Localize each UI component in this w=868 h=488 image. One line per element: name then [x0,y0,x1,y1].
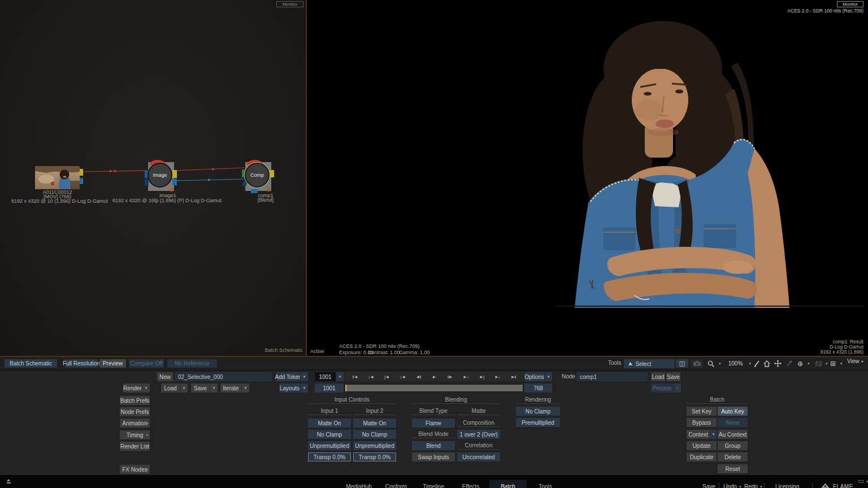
play-icon[interactable]: ► [427,374,441,380]
node-save-button[interactable]: Save [666,372,680,381]
step-forward-icon[interactable]: ‖► [443,374,457,380]
range-start-field[interactable]: 1001 [315,384,344,393]
next-keyframe-icon[interactable]: ►↓ [459,374,472,380]
rendering-clamp-select[interactable]: No Clamp [516,407,560,416]
tab-tools[interactable]: Tools [527,480,564,488]
group-button[interactable]: Group [718,441,748,450]
crosshair-dropdown-arrow[interactable]: ▾ [808,361,810,366]
timing-button[interactable]: Timing ▸ [120,430,150,439]
tab-effects[interactable]: Effects [452,480,489,488]
go-to-start-icon[interactable]: ‖◄ [348,374,362,380]
layer-view-button[interactable] [814,359,823,368]
tab-batch[interactable]: Batch [489,480,527,488]
set-key-button[interactable]: Set Key [687,407,717,416]
image-node[interactable]: Image [147,162,175,192]
image-node-output-tab-matte[interactable] [172,178,177,185]
save-button[interactable]: Save [702,480,715,488]
timebar-position-tick[interactable] [345,385,346,391]
reference-select[interactable]: No Reference [167,359,217,368]
layouts-dropdown[interactable]: Layouts ▾ [279,384,308,393]
input1-matte-toggle[interactable]: Matte On [308,419,351,428]
step-back-icon[interactable]: ◄‖ [411,374,425,380]
tab-mediahub[interactable]: MediaHub [340,480,377,488]
render-dropdown[interactable]: Render ▾ [123,384,150,393]
batch-schematic-panel[interactable]: Monitor [0,0,306,356]
rendering-premult-select[interactable]: Premultiplied [516,418,560,427]
annotate-button[interactable] [753,359,761,368]
layer-view-dropdown-arrow[interactable]: ▾ [826,361,828,366]
input2-clamp-select[interactable]: No Clamp [353,430,396,439]
clip-node[interactable] [35,166,80,189]
node-prefs-button[interactable]: Node Prefs ▸ [120,407,150,416]
mini-display-icon[interactable] [858,480,863,483]
au-context-button[interactable]: Au Context [718,430,748,439]
input2-transparency-field[interactable]: Transp 0.0% [353,452,396,461]
range-out-icon[interactable]: ►] [475,374,488,380]
options-dropdown[interactable]: Options ▾ [524,372,552,381]
setup-name-field[interactable]: 02_Selective_000 [175,372,272,381]
node-load-button[interactable]: Load [651,372,665,381]
input1-premult-select[interactable]: Unpremultiplied [308,441,351,450]
save-setup-dropdown[interactable]: Save ▾ [191,384,218,393]
split-view-button[interactable]: ◫ [676,359,688,368]
bypass-toggle[interactable]: Bypass [687,418,717,427]
range-in-icon[interactable]: [◄ [380,374,393,380]
resolution-select[interactable]: Full Resolution [65,359,98,368]
viewer-panel[interactable]: Monitor ACES 2.0 - SDR 100 nits (Rec.709… [307,0,868,356]
presets-dropdown[interactable]: Presets ▾ [651,384,681,393]
current-frame-dropdown[interactable]: 1001 ▾ [315,372,344,381]
iterate-dropdown[interactable]: Iterate ▾ [220,384,249,393]
correlation-select[interactable]: Uncorrelated [457,452,500,461]
tab-conform[interactable]: Conform [377,480,415,488]
preview-toggle[interactable]: Preview [99,359,126,368]
swap-inputs-button[interactable]: Swap Inputs [412,452,455,461]
monitor-button-viewer[interactable]: Monitor [837,1,863,7]
pan-view-button[interactable] [773,359,782,368]
go-to-end-icon[interactable]: ►‖ [506,374,520,380]
timebar-slider[interactable] [345,384,523,392]
zoom-level-dropdown[interactable]: 100% ▾ [725,359,754,368]
node-name-field[interactable]: comp1 [576,372,648,381]
eject-panel-icon[interactable] [6,479,12,484]
comp-node-input-tab-matte[interactable] [251,189,258,193]
image-node-circle[interactable]: Image [147,163,172,188]
colour-picker-button[interactable] [785,359,793,368]
new-setup-button[interactable]: New [157,372,173,381]
next-marker-icon[interactable]: ►↓ [491,374,504,380]
image-node-output-tab-result[interactable] [172,170,177,178]
context-dropdown[interactable]: Context ▾ [687,430,717,439]
redo-dropdown[interactable]: Redo ▾ [744,480,762,488]
matte-mode-select[interactable]: 1 over 2 (Over) [457,430,500,439]
home-view-button[interactable] [762,359,771,368]
duplicate-button[interactable]: Duplicate [687,452,717,461]
delete-button[interactable]: Delete [718,452,748,461]
zoom-tool-dropdown-arrow[interactable]: ▾ [719,361,721,366]
batch-prefs-button[interactable]: Batch Prefs ▸ [120,396,150,405]
clip-output-tab-rgb[interactable] [80,169,83,176]
none-select[interactable]: None [718,418,748,427]
blend-mode-select[interactable]: Blend [412,441,455,450]
input1-clamp-select[interactable]: No Clamp [308,430,351,439]
clip-output-tab-matte[interactable] [80,178,83,184]
prev-marker-icon[interactable]: ↓◄ [396,374,409,380]
input1-transparency-field[interactable]: Transp 0.0% [308,452,351,461]
tab-timeline[interactable]: Timeline [415,480,452,488]
comp-node-circle[interactable]: Comp [245,163,270,188]
snapshot-camera-button[interactable] [691,359,703,368]
comp-node[interactable]: Comp [244,162,272,192]
fx-nodes-button[interactable]: FX Nodes ▸ [120,465,150,474]
add-view-dropdown-arrow[interactable]: ▾ [840,361,843,366]
select-tool-dropdown[interactable]: ➤ Select [624,359,675,368]
licensing-button[interactable]: Licensing [775,480,799,488]
prev-keyframe-icon[interactable]: ↓◄ [364,374,377,380]
compare-select[interactable]: Compare Off [129,359,164,368]
view-menu[interactable]: View ▸ [847,355,864,368]
zoom-tool-button[interactable] [706,359,715,368]
monitor-button-schematic[interactable]: Monitor [276,1,303,7]
auto-key-toggle[interactable]: Auto Key [718,407,748,416]
input2-matte-toggle[interactable]: Matte On [353,419,396,428]
animation-button[interactable]: Animation ▸ [120,419,150,428]
range-end-field[interactable]: 768 [524,384,552,393]
add-view-button[interactable]: ⊞ [828,359,837,368]
blend-type-select[interactable]: Flame [412,419,455,428]
